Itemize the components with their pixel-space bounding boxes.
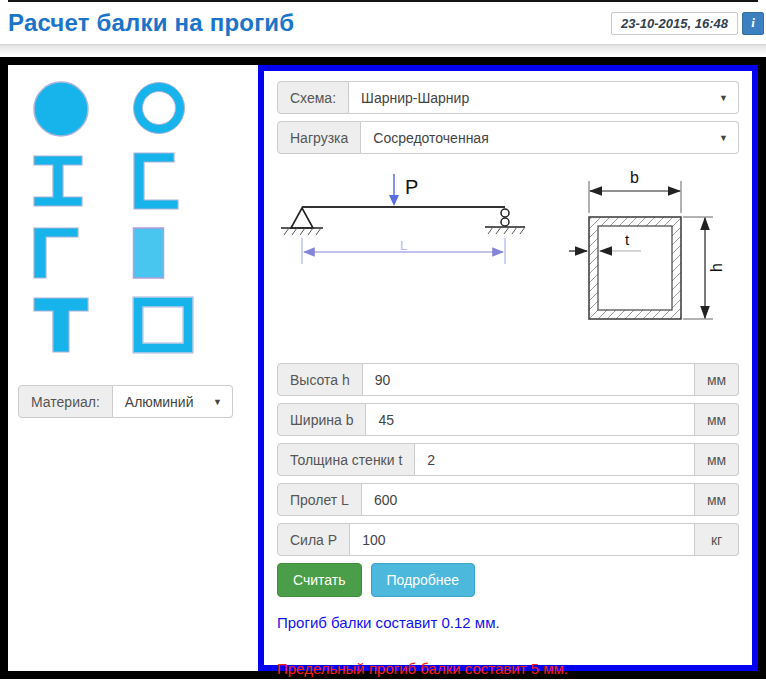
channel-icon[interactable] (132, 151, 232, 211)
width-input[interactable] (366, 403, 695, 436)
scheme-label: Схема: (277, 81, 349, 114)
height-unit: мм (695, 363, 739, 396)
angle-icon[interactable] (32, 225, 132, 281)
scheme-select[interactable]: Шарнир-Шарнир ▼ (349, 81, 739, 114)
solid-circle-icon[interactable] (32, 80, 132, 138)
height-label: Высота h (277, 363, 363, 396)
load-select[interactable]: Сосредоточенная ▼ (361, 121, 739, 154)
chevron-down-icon: ▼ (719, 93, 728, 103)
width-unit: мм (695, 403, 739, 436)
load-label: Нагрузка (277, 121, 361, 154)
beam-scheme-diagram: P L (277, 171, 567, 276)
thickness-unit: мм (695, 443, 739, 476)
info-button[interactable]: i (742, 12, 764, 35)
material-value: Алюминий (125, 394, 194, 410)
diagrams-area: P L (277, 161, 739, 363)
deflection-result: Прогиб балки составит 0.12 мм. (277, 614, 739, 631)
input-row-thickness: Толщина стенки t мм (277, 443, 739, 476)
input-row-span: Пролет L мм (277, 483, 739, 516)
details-button[interactable]: Подробнее (371, 563, 476, 597)
limit-deflection-result: Предельный прогиб балки составит 5 мм. (277, 660, 739, 677)
thickness-input[interactable] (415, 443, 695, 476)
header-shadow (0, 44, 766, 55)
i-beam-icon[interactable] (32, 153, 132, 209)
chevron-down-icon: ▼ (719, 133, 728, 143)
material-label: Материал: (18, 385, 113, 418)
span-input[interactable] (362, 483, 695, 516)
span-input-label: Пролет L (277, 483, 362, 516)
load-group: Нагрузка Сосредоточенная ▼ (277, 121, 739, 154)
date-stamp: 23-10-2015, 16:48 (611, 12, 738, 35)
solid-rectangle-icon[interactable] (132, 225, 232, 281)
scheme-value: Шарнир-Шарнир (361, 90, 469, 106)
force-unit: кг (695, 523, 739, 556)
height-input[interactable] (363, 363, 695, 396)
width-label: Ширина b (277, 403, 366, 436)
material-group: Материал: Алюминий ▼ (18, 385, 268, 418)
height-label: h (708, 263, 725, 272)
thickness-label: Толщина стенки t (277, 443, 415, 476)
input-row-width: Ширина b мм (277, 403, 739, 436)
force-input-label: Сила P (277, 523, 350, 556)
section-type-panel: Материал: Алюминий ▼ (8, 65, 258, 671)
chevron-down-icon: ▼ (213, 397, 222, 407)
page-title: Расчет балки на прогиб (8, 9, 294, 37)
input-row-force: Сила P кг (277, 523, 739, 556)
hollow-circle-icon[interactable] (132, 81, 232, 137)
force-label: P (405, 176, 418, 198)
cross-section-diagram: b t h (567, 161, 735, 363)
calculator-frame: Материал: Алюминий ▼ Схема: Шарнир-Шарни… (0, 57, 766, 679)
span-label: L (400, 238, 407, 253)
header: Расчет балки на прогиб 23-10-2015, 16:48… (0, 2, 766, 44)
t-beam-icon[interactable] (32, 296, 132, 354)
load-value: Сосредоточенная (373, 130, 488, 146)
force-input[interactable] (350, 523, 695, 556)
calculation-panel: Схема: Шарнир-Шарнир ▼ Нагрузка Сосредот… (258, 65, 758, 671)
span-unit: мм (695, 483, 739, 516)
section-shapes-grid (8, 65, 258, 361)
scheme-group: Схема: Шарнир-Шарнир ▼ (277, 81, 739, 114)
calculate-button[interactable]: Считать (277, 563, 362, 597)
square-tube-icon[interactable] (132, 296, 232, 354)
material-select[interactable]: Алюминий ▼ (113, 385, 233, 418)
input-row-height: Высота h мм (277, 363, 739, 396)
width-label: b (630, 169, 639, 186)
